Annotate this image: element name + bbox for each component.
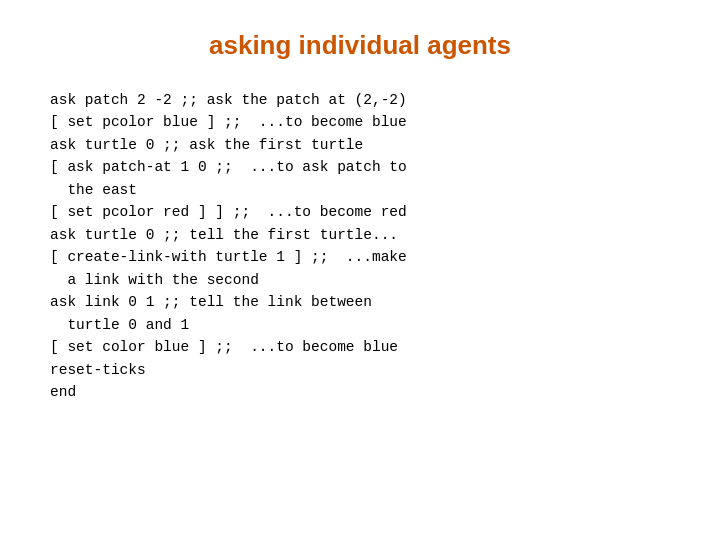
page-title: asking individual agents [209,30,511,61]
code-block: ask patch 2 -2 ;; ask the patch at (2,-2… [40,89,680,404]
